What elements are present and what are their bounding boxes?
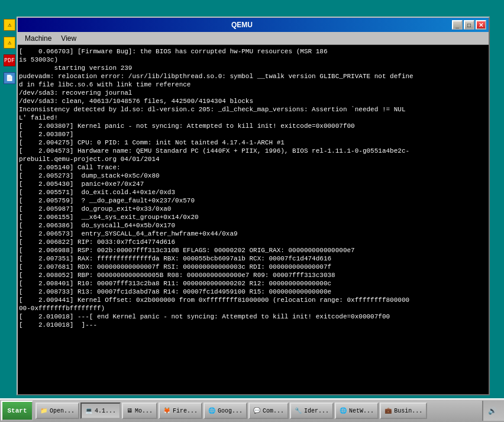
terminal-line: 00-0xfffffffbffffffff) [19, 304, 487, 313]
desktop-icon-4[interactable]: 📄 [2, 71, 17, 85]
terminal-line: [ 2.010018] ]--- [19, 321, 487, 329]
terminal-output: [ 0.066703] [Firmware Bug]: the BIOS has… [18, 45, 489, 394]
window-controls: _ □ ✕ [452, 20, 486, 30]
taskbar-item-goog[interactable]: 🌐 Goog... [203, 402, 247, 419]
terminal-line: [ 2.007681] RDX: 000000000000007f RSI: 0… [19, 263, 487, 271]
terminal-line: [ 2.005571] do_exit.cold.4+0x1e/0xd3 [19, 188, 487, 196]
taskbar-item-busin[interactable]: 💼 Busin... [380, 402, 427, 419]
close-button[interactable]: ✕ [476, 20, 486, 30]
taskbar-item-busin-label: Busin... [394, 408, 422, 414]
window-title: QEMU [32, 21, 452, 29]
desktop-icon-1[interactable]: ⚠ [2, 18, 17, 32]
taskbar-item-netw[interactable]: 🌐 NetW... [335, 402, 379, 419]
terminal-line: [ 2.005759] ? __do_page_fault+0x237/0x57… [19, 196, 487, 205]
taskbar-item-mo[interactable]: 🖥 Mo... [122, 402, 157, 419]
taskbar-items: 📁 Open... 💻 4.1... 🖥 Mo... 🦊 Fire... 🌐 G… [34, 401, 482, 421]
terminal-line: starting version 239 [19, 64, 487, 72]
start-button[interactable]: Start [1, 401, 33, 421]
terminal-line: [ 2.008401] R10: 00007fff313c2ba8 R11: 0… [19, 279, 487, 288]
minimize-button[interactable]: _ [452, 20, 463, 30]
taskbar-item-mo-label: Mo... [135, 408, 153, 414]
terminal-line: [ 0.066703] [Firmware Bug]: the BIOS has… [19, 47, 487, 56]
terminal-line: [ 2.009441] Kernel Offset: 0x2b000000 fr… [19, 296, 487, 304]
window-titlebar: QEMU _ □ ✕ [18, 18, 489, 32]
terminal-line: Inconsistency detected by ld.so: dl-vers… [19, 105, 487, 114]
desktop-icons: ⚠ ⚠ PDF 📄 [2, 18, 17, 85]
terminal-line: /dev/sda3: clean, 40613/1048576 files, 4… [19, 97, 487, 105]
qemu-window: QEMU _ □ ✕ Machine View [ 0.066703] [Fir… [17, 17, 490, 395]
terminal-line: [ 2.005273] dump_stack+0x5c/0x80 [19, 172, 487, 180]
terminal-line: [ 2.006573] entry_SYSCALL_64_after_hwfra… [19, 230, 487, 238]
tray-network-icon: 🔊 [488, 407, 497, 415]
terminal-line: L' failed! [19, 114, 487, 122]
terminal-line: /dev/sda3: recovering journal [19, 89, 487, 97]
terminal-line: [ 2.010018] ---[ end Kernel panic - not … [19, 313, 487, 321]
desktop-icon-3[interactable]: PDF [2, 53, 17, 67]
taskbar-item-fire-label: Fire... [173, 408, 198, 414]
desktop-icon-2[interactable]: ⚠ [2, 36, 17, 50]
taskbar-item-open[interactable]: 📁 Open... [35, 402, 79, 419]
taskbar-item-fire[interactable]: 🦊 Fire... [159, 402, 202, 419]
terminal-line: [ 2.006155] __x64_sys_exit_group+0x14/0x… [19, 213, 487, 221]
taskbar-item-com-label: Com... [263, 408, 284, 414]
terminal-line: [ 2.006988] RSP: 002b:00007fff313c310B E… [19, 246, 487, 255]
taskbar-item-goog-label: Goog... [218, 408, 243, 414]
taskbar-item-open-label: Open... [50, 408, 75, 414]
terminal-line: [ 2.007351] RAX: ffffffffffffffda RBX: 0… [19, 255, 487, 263]
taskbar-item-ider-label: Ider... [304, 408, 329, 414]
terminal-line: [ 2.005987] do_group_exit+0x33/0xa0 [19, 205, 487, 213]
maximize-button[interactable]: □ [464, 20, 474, 30]
terminal-line: [ 2.006822] RIP: 0033:0x7fc1d4774d616 [19, 238, 487, 246]
taskbar-item-qemu-label: 4.1... [95, 408, 116, 414]
taskbar-item-netw-label: NetW... [349, 408, 374, 414]
terminal-line: [ 2.003807] Kernel panic - not syncing: … [19, 122, 487, 130]
terminal-line: prebuilt.qemu-project.org 04/01/2014 [19, 155, 487, 163]
taskbar-item-qemu[interactable]: 💻 4.1... [80, 402, 121, 419]
terminal-line: [ 2.006386] do_syscall_64+0x5b/0x170 [19, 221, 487, 230]
taskbar-item-com[interactable]: 💬 Com... [248, 402, 289, 419]
menu-machine[interactable]: Machine [20, 33, 56, 44]
taskbar: Start 📁 Open... 💻 4.1... 🖥 Mo... 🦊 Fire.… [0, 398, 504, 422]
terminal-line: [ 2.005140] Call Trace: [19, 163, 487, 172]
taskbar-item-ider[interactable]: 🔧 Ider... [290, 402, 334, 419]
terminal-line: d in file libc.so.6 with link time refer… [19, 80, 487, 89]
window-menubar: Machine View [18, 32, 489, 45]
terminal-line: is 53003c) [19, 56, 487, 64]
terminal-line: [ 2.004275] CPU: 0 PID: 1 Comm: init Not… [19, 138, 487, 147]
system-tray: 🔊 [482, 401, 504, 421]
menu-view[interactable]: View [56, 33, 81, 44]
terminal-line: [ 2.005430] panic+0xe7/0x247 [19, 180, 487, 188]
terminal-line: [ 2.004573] Hardware name: QEMU Standard… [19, 147, 487, 155]
terminal-line: [ 2.008052] RBP: 0000000000000005B R08: … [19, 271, 487, 279]
terminal-line: [ 2.003807] [19, 130, 487, 138]
terminal-line: pudevadm: relocation error: /usr/lib/lib… [19, 72, 487, 80]
terminal-line: [ 2.008733] R13: 00007fc1d3abd7a8 R14: 0… [19, 288, 487, 296]
